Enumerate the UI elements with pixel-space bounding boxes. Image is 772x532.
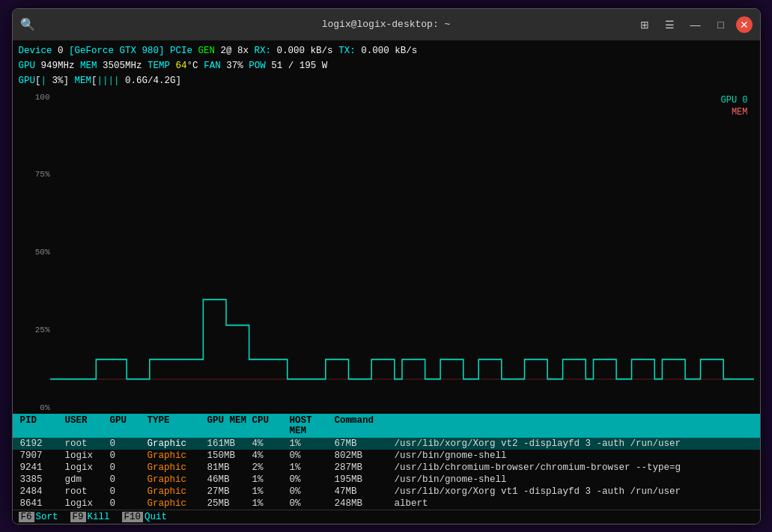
- maximize-button[interactable]: □: [711, 14, 732, 35]
- window-title: logix@logix-desktop: ~: [322, 19, 451, 30]
- chart-legend: GPU 0 MEM: [720, 94, 747, 120]
- extra-button[interactable]: ⊞: [634, 14, 655, 35]
- col-cpu: CPU: [251, 415, 288, 436]
- terminal-content: Device 0 [GeForce GTX 980] PCIe GEN 2@ 8…: [13, 40, 760, 524]
- cell-gpumem: 25MB: [206, 498, 251, 509]
- cell-gpu: 0: [109, 474, 146, 485]
- process-table: PID USER GPU TYPE GPU MEM CPU HOST MEM C…: [13, 414, 760, 510]
- cell-cpupct: 1%: [288, 462, 333, 473]
- cell-command: albert: [393, 498, 754, 509]
- cell-cpu: 4%: [251, 438, 288, 449]
- cell-cpupct: 0%: [288, 450, 333, 461]
- cell-cpu: 4%: [251, 450, 288, 461]
- footer-bar: F6 Sort F9 Kill F10 Quit: [13, 510, 760, 524]
- label-50: 50%: [19, 248, 50, 257]
- cell-pid: 3385: [19, 474, 64, 485]
- f6-key: F6: [19, 512, 34, 522]
- cell-gpu: 0: [109, 498, 146, 509]
- cell-cpu: 2%: [251, 462, 288, 473]
- search-icon[interactable]: 🔍: [20, 17, 35, 32]
- label-0: 0%: [19, 403, 50, 412]
- cell-type: Graphic: [146, 438, 206, 449]
- cell-cpu: 1%: [251, 474, 288, 485]
- cell-cpupct: 1%: [288, 438, 333, 449]
- table-row[interactable]: 7907 logix 0 Graphic 150MB 4% 0% 802MB /…: [13, 450, 760, 462]
- cell-hostmem: 195MB: [333, 474, 393, 485]
- f10-label[interactable]: Quit: [145, 512, 167, 522]
- cell-cpu: 1%: [251, 486, 288, 497]
- cell-command: /usr/bin/gnome-shell: [393, 474, 754, 485]
- gpu-stats-header: Device 0 [GeForce GTX 980] PCIe GEN 2@ 8…: [13, 40, 760, 91]
- window-controls: ⊞ ☰ — □ ✕: [634, 14, 753, 35]
- cell-pid: 7907: [19, 450, 64, 461]
- cell-user: gdm: [64, 474, 109, 485]
- cell-type: Graphic: [146, 498, 206, 509]
- f9-label[interactable]: Kill: [88, 512, 110, 522]
- cell-cpu: 1%: [251, 498, 288, 509]
- cell-gpu: 0: [109, 486, 146, 497]
- cell-command: /usr/bin/gnome-shell: [393, 450, 754, 461]
- col-gpumem: GPU MEM: [206, 415, 251, 436]
- cell-hostmem: 47MB: [333, 486, 393, 497]
- cell-user: logix: [64, 498, 109, 509]
- col-command: Command: [333, 415, 754, 436]
- cell-hostmem: 67MB: [333, 438, 393, 449]
- menu-button[interactable]: ☰: [660, 14, 681, 35]
- terminal-window: 🔍 logix@logix-desktop: ~ ⊞ ☰ — □ ✕ Devic…: [12, 8, 761, 525]
- cell-gpumem: 161MB: [206, 438, 251, 449]
- device-label: Device: [19, 46, 58, 56]
- table-row[interactable]: 6192 root 0 Graphic 161MB 4% 1% 67MB /us…: [13, 438, 760, 450]
- stats-line1: Device 0 [GeForce GTX 980] PCIe GEN 2@ 8…: [19, 43, 754, 58]
- cell-type: Graphic: [146, 486, 206, 497]
- cell-command: /usr/lib/chromium-browser/chromium-brows…: [393, 462, 754, 473]
- cell-pid: 6192: [19, 438, 64, 449]
- cell-cpupct: 0%: [288, 486, 333, 497]
- table-row[interactable]: 2484 root 0 Graphic 27MB 1% 0% 47MB /usr…: [13, 486, 760, 498]
- cell-gpu: 0: [109, 450, 146, 461]
- cell-user: root: [64, 438, 109, 449]
- cell-pid: 2484: [19, 486, 64, 497]
- cell-cpupct: 0%: [288, 498, 333, 509]
- cell-gpumem: 81MB: [206, 462, 251, 473]
- legend-mem: MEM: [720, 106, 747, 119]
- table-row[interactable]: 8641 logix 0 Graphic 25MB 1% 0% 248MB al…: [13, 498, 760, 510]
- chart-y-labels: 100 75% 50% 25% 0%: [19, 91, 50, 414]
- table-row[interactable]: 3385 gdm 0 Graphic 46MB 1% 0% 195MB /usr…: [13, 474, 760, 486]
- stats-line2: GPU 949MHz MEM 3505MHz TEMP 64°C FAN 37%…: [19, 58, 754, 73]
- titlebar: 🔍 logix@logix-desktop: ~ ⊞ ☰ — □ ✕: [13, 9, 760, 40]
- cell-hostmem: 287MB: [333, 462, 393, 473]
- stats-line3: GPU[| 3%] MEM[|||| 0.6G/4.2G]: [19, 73, 754, 88]
- f10-key: F10: [122, 512, 144, 522]
- cell-gpumem: 46MB: [206, 474, 251, 485]
- cell-hostmem: 248MB: [333, 498, 393, 509]
- label-25: 25%: [19, 325, 50, 334]
- gpu-chart: 100 75% 50% 25% 0% GPU 0 MEM: [13, 91, 760, 414]
- cell-command: /usr/lib/xorg/Xorg vt1 -displayfd 3 -aut…: [393, 486, 754, 497]
- minimize-button[interactable]: —: [685, 14, 706, 35]
- cell-user: logix: [64, 450, 109, 461]
- cell-gpu: 0: [109, 438, 146, 449]
- f6-label[interactable]: Sort: [36, 512, 58, 522]
- col-hostmem: HOST MEM: [288, 415, 333, 436]
- table-header-row: PID USER GPU TYPE GPU MEM CPU HOST MEM C…: [13, 414, 760, 438]
- col-type: TYPE: [146, 415, 206, 436]
- label-75: 75%: [19, 170, 50, 179]
- legend-gpu: GPU 0: [720, 94, 747, 107]
- cell-pid: 9241: [19, 462, 64, 473]
- chart-svg: [50, 94, 754, 411]
- label-100: 100: [19, 93, 50, 102]
- f9-key: F9: [70, 512, 86, 522]
- table-row[interactable]: 9241 logix 0 Graphic 81MB 2% 1% 287MB /u…: [13, 462, 760, 474]
- cell-gpumem: 150MB: [206, 450, 251, 461]
- cell-type: Graphic: [146, 462, 206, 473]
- col-pid: PID: [19, 415, 64, 436]
- cell-hostmem: 802MB: [333, 450, 393, 461]
- cell-command: /usr/lib/xorg/Xorg vt2 -displayfd 3 -aut…: [393, 438, 754, 449]
- col-gpu: GPU: [109, 415, 146, 436]
- cell-pid: 8641: [19, 498, 64, 509]
- cell-user: logix: [64, 462, 109, 473]
- close-button[interactable]: ✕: [736, 16, 753, 33]
- cell-type: Graphic: [146, 474, 206, 485]
- cell-user: root: [64, 486, 109, 497]
- cell-type: Graphic: [146, 450, 206, 461]
